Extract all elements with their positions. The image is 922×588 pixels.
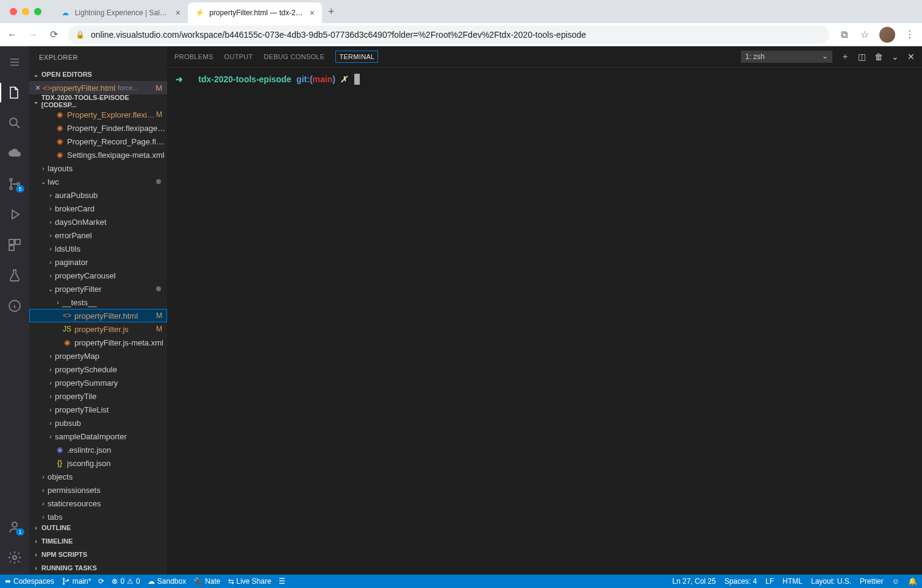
- close-tab-icon[interactable]: ×: [310, 8, 315, 18]
- sb-spaces[interactable]: Spaces: 4: [724, 577, 757, 586]
- file-item[interactable]: ◉Property_Finder.flexipage-met...: [29, 121, 167, 135]
- timeline-section[interactable]: ›TIMELINE: [29, 534, 167, 548]
- back-button[interactable]: ←: [6, 29, 18, 40]
- panel-tab-problems[interactable]: PROBLEMS: [174, 51, 213, 63]
- file-item[interactable]: ◉Settings.flexipage-meta.xml: [29, 148, 167, 161]
- folder-item[interactable]: ›propertyCarousel: [29, 269, 167, 282]
- maximize-panel-icon[interactable]: ⌄: [892, 52, 899, 62]
- source-control-icon[interactable]: 5: [0, 174, 29, 194]
- beaker-icon[interactable]: [0, 266, 29, 285]
- sb-codespaces[interactable]: ⬌ Codespaces: [5, 577, 54, 586]
- file-item[interactable]: ◉Property_Explorer.flexipa...M: [29, 108, 167, 121]
- sb-bell-icon[interactable]: 🔔: [908, 577, 917, 586]
- chevron-icon: ›: [46, 219, 55, 225]
- folder-item[interactable]: ›brokerCard: [29, 202, 167, 215]
- folder-item[interactable]: ›propertySchedule: [29, 363, 167, 376]
- xml-icon: ◉: [55, 110, 65, 119]
- settings-gear-icon[interactable]: [0, 548, 29, 567]
- folder-item[interactable]: ›objects: [29, 470, 167, 483]
- split-terminal-icon[interactable]: ◫: [858, 52, 866, 62]
- menu-icon[interactable]: [0, 52, 29, 72]
- file-item[interactable]: {}jsconfig.json: [29, 456, 167, 470]
- sb-position[interactable]: Ln 27, Col 25: [673, 577, 716, 586]
- extensions-icon[interactable]: [0, 235, 29, 255]
- folder-item[interactable]: ›paginator: [29, 255, 167, 269]
- running-tasks-section[interactable]: ›RUNNING TASKS: [29, 561, 167, 575]
- sb-liveshare[interactable]: ⇆ Live Share: [228, 577, 271, 586]
- sb-errors[interactable]: ⊗ 0 ⚠ 0: [112, 577, 140, 586]
- folder-item[interactable]: ›daysOnMarket: [29, 215, 167, 228]
- folder-item[interactable]: ›propertyTileList: [29, 403, 167, 416]
- svg-point-0: [10, 118, 17, 126]
- folder-item[interactable]: ⌄propertyFilter: [29, 282, 167, 296]
- chrome-menu-icon[interactable]: ⋮: [904, 29, 916, 40]
- file-item[interactable]: <>propertyFilter.htmlM: [29, 309, 167, 322]
- svg-point-11: [63, 583, 64, 584]
- file-item[interactable]: ◉propertyFilter.js-meta.xml: [29, 336, 167, 349]
- reload-button[interactable]: ⟳: [48, 29, 60, 40]
- terminal-select[interactable]: 1: zsh: [741, 51, 832, 63]
- browser-tab[interactable]: ☁Lightning Experience | Salesfo...×: [54, 2, 188, 23]
- folder-item[interactable]: ⌄lwc: [29, 175, 167, 188]
- sb-list-icon[interactable]: ☰: [279, 577, 285, 586]
- panel-tab-debug-console[interactable]: DEBUG CONSOLE: [264, 51, 325, 63]
- sb-sync[interactable]: ⟳: [98, 577, 104, 586]
- open-external-icon[interactable]: ⧉: [838, 29, 850, 40]
- new-tab-button[interactable]: +: [322, 5, 341, 18]
- minimize-window[interactable]: [22, 8, 29, 15]
- folder-item[interactable]: ›staticresources: [29, 497, 167, 510]
- folder-item[interactable]: ›errorPanel: [29, 228, 167, 242]
- open-editors-section[interactable]: ⌄OPEN EDITORS: [29, 68, 167, 81]
- folder-item[interactable]: ›__tests__: [29, 296, 167, 309]
- maximize-window[interactable]: [34, 8, 41, 15]
- search-icon[interactable]: [0, 113, 29, 133]
- outline-section[interactable]: ›OUTLINE: [29, 521, 167, 534]
- chevron-icon: ›: [54, 299, 62, 306]
- close-panel-icon[interactable]: ✕: [907, 52, 915, 62]
- file-item[interactable]: ◉.eslintrc.json: [29, 443, 167, 456]
- info-icon[interactable]: [0, 296, 29, 316]
- file-item[interactable]: ◉Property_Record_Page.flexipa...: [29, 135, 167, 148]
- npm-section[interactable]: ›NPM SCRIPTS: [29, 548, 167, 561]
- sb-prettier[interactable]: Prettier: [860, 577, 884, 586]
- panel-tab-terminal[interactable]: TERMINAL: [335, 51, 378, 63]
- sb-branch[interactable]: main*: [62, 577, 91, 586]
- workspace-section[interactable]: ⌄TDX-2020-TOOLS-EPISODE [CODESP...: [29, 94, 167, 108]
- folder-item[interactable]: ›tabs: [29, 510, 167, 521]
- folder-item[interactable]: ›layouts: [29, 161, 167, 175]
- html-icon: <>: [62, 311, 72, 320]
- explorer-icon[interactable]: [0, 83, 29, 102]
- new-terminal-icon[interactable]: ＋: [841, 51, 849, 62]
- close-editor-icon[interactable]: ×: [33, 83, 43, 93]
- browser-tab[interactable]: ⚡propertyFilter.html — tdx-202...×: [188, 2, 322, 23]
- sb-sandbox[interactable]: ☁ Sandbox: [148, 577, 186, 586]
- folder-item[interactable]: ›propertySummary: [29, 376, 167, 389]
- folder-item[interactable]: ›propertyTile: [29, 389, 167, 403]
- panel-tab-output[interactable]: OUTPUT: [224, 51, 253, 63]
- profile-avatar[interactable]: [879, 27, 895, 43]
- accounts-icon[interactable]: 1: [0, 517, 29, 537]
- sb-lang[interactable]: HTML: [782, 577, 802, 586]
- debug-icon[interactable]: [0, 205, 29, 224]
- close-tab-icon[interactable]: ×: [176, 8, 180, 18]
- terminal[interactable]: ➜ tdx-2020-tools-episode git:(main) ✗: [167, 68, 922, 575]
- file-item[interactable]: JSpropertyFilter.jsM: [29, 322, 167, 336]
- cloud-icon[interactable]: [0, 144, 29, 163]
- kill-terminal-icon[interactable]: 🗑: [874, 52, 883, 62]
- folder-item[interactable]: ›propertyMap: [29, 349, 167, 363]
- sb-layout[interactable]: Layout: U.S.: [811, 577, 851, 586]
- folder-item[interactable]: ›ldsUtils: [29, 242, 167, 255]
- bookmark-icon[interactable]: ☆: [859, 29, 871, 40]
- sb-feedback-icon[interactable]: ☺: [892, 577, 899, 586]
- close-window[interactable]: [10, 8, 17, 15]
- svg-point-9: [13, 556, 16, 559]
- address-bar[interactable]: 🔒 online.visualstudio.com/workspace/b446…: [68, 26, 829, 44]
- forward-button[interactable]: →: [27, 29, 39, 40]
- sb-user[interactable]: 🔌 Nate: [193, 577, 220, 586]
- folder-item[interactable]: ›permissionsets: [29, 483, 167, 497]
- folder-item[interactable]: ›pubsub: [29, 416, 167, 430]
- sb-encoding[interactable]: LF: [765, 577, 774, 586]
- folder-item[interactable]: ›sampleDataImporter: [29, 430, 167, 443]
- folder-item[interactable]: ›auraPubsub: [29, 188, 167, 202]
- open-editor-item[interactable]: × <> propertyFilter.html force... M: [29, 81, 167, 94]
